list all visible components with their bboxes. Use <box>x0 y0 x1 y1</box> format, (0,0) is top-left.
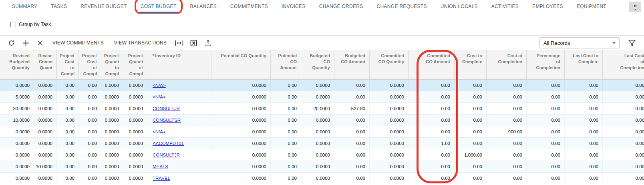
cell-revised-committed-quantity[interactable]: 0.0000 <box>34 126 57 137</box>
inventory-id-link[interactable]: <N/A> <box>153 95 166 99</box>
cell-last-cost-at-completion[interactable]: 0.00 <box>603 91 644 103</box>
group-by-task-checkbox[interactable] <box>10 22 16 27</box>
cell-revised-budgeted-quantity[interactable]: 0.0000 <box>0 126 34 137</box>
cell-project-cost-to-complete[interactable]: 0.00 <box>57 149 79 161</box>
cell-cost-to-complete[interactable]: 0.00 <box>455 138 487 149</box>
cell-committed-co-amount[interactable]: 0.00 <box>409 91 455 103</box>
cell-committed-co-quantity[interactable]: 0.0000 <box>370 138 409 149</box>
column-header-last-cost-at-completion[interactable]: Last CostatCompletion <box>603 50 644 79</box>
tab-union-locals[interactable]: UNION LOCALS <box>441 0 478 13</box>
cell-budgeted-co-quantity[interactable]: 0.0000 <box>301 173 334 184</box>
tab-balances[interactable]: BALANCES <box>190 0 217 13</box>
cell-project-quantity-at-completion[interactable]: 0.0000 <box>123 173 147 184</box>
inventory-id-link[interactable]: CONSULTSR <box>153 118 181 123</box>
cell-potential-co-amount[interactable]: 0.00 <box>271 115 301 126</box>
cell-last-cost-to-complete[interactable]: 0.00 <box>565 173 603 184</box>
grid-row-6[interactable]: 0.00000.00000.000.000.00000.0000AACOMPUT… <box>0 138 644 149</box>
cell-percentage-of-completion[interactable]: 0.00 <box>527 149 565 161</box>
inventory-id-link[interactable]: <N/A> <box>153 129 166 134</box>
cell-percentage-of-completion[interactable]: 0.00 <box>527 80 565 91</box>
cell-project-cost-to-complete[interactable]: 0.00 <box>57 126 79 137</box>
cell-project-cost-at-completion[interactable]: 0.00 <box>79 161 101 172</box>
cell-budgeted-co-amount[interactable]: 0.00 <box>334 138 370 149</box>
fit-to-screen-button[interactable] <box>172 37 186 49</box>
column-header-potential-co-amount[interactable]: PotentialCOAmount <box>271 50 301 79</box>
column-header-potential-co-quantity[interactable]: Potential CO Quantity <box>211 50 271 79</box>
cell-budgeted-co-amount[interactable]: 0.00 <box>334 91 370 103</box>
records-filter-select[interactable]: All Records <box>539 37 620 48</box>
cell-revised-budgeted-quantity[interactable]: 30.0000 <box>0 103 34 114</box>
tab-summary[interactable]: SUMMARY <box>12 0 37 13</box>
inventory-id-link[interactable]: MEALS <box>153 164 168 169</box>
tab-invoices[interactable]: INVOICES <box>282 0 306 13</box>
cell-last-cost-to-complete[interactable]: 0.00 <box>565 115 603 126</box>
cell-percentage-of-completion[interactable]: 0.00 <box>527 161 565 172</box>
cell-committed-co-amount[interactable]: 0.00 <box>409 149 455 161</box>
cell-project-quantity-to-complete[interactable]: 0.0000 <box>101 91 123 103</box>
cell-project-quantity-at-completion[interactable]: 0.0000 <box>123 149 147 161</box>
cell-project-quantity-to-complete[interactable]: 0.0000 <box>101 126 123 137</box>
cell-project-quantity-at-completion[interactable]: 0.0000 <box>123 103 147 114</box>
column-header-inventory-id[interactable]: *Inventory ID <box>147 50 211 79</box>
cell-budgeted-co-amount[interactable]: 527.80 <box>334 103 370 114</box>
cell-budgeted-co-amount[interactable]: 0.00 <box>334 161 370 172</box>
tab-overflow-button[interactable]: » ▼ <box>629 2 641 12</box>
cell-potential-co-amount[interactable]: 0.00 <box>271 149 301 161</box>
cell-project-cost-at-completion[interactable]: 0.00 <box>79 91 101 103</box>
column-header-cost-to-complete[interactable]: Cost toComplete <box>455 50 487 79</box>
grid-row-2[interactable]: 5.00000.00000.000.000.00000.0000<N/A>0.0… <box>0 91 644 103</box>
column-header-revised-committed-quantity[interactable]: ReviseCommQuant <box>34 50 57 79</box>
cell-last-cost-to-complete[interactable]: 0.00 <box>565 91 603 103</box>
cell-cost-to-complete[interactable]: 1,000.00 <box>455 149 487 161</box>
tab-commitments[interactable]: COMMITMENTS <box>230 0 268 13</box>
cell-revised-budgeted-quantity[interactable]: 0.0000 <box>0 161 34 172</box>
cell-committed-co-quantity[interactable]: 0.0000 <box>370 161 409 172</box>
cell-percentage-of-completion[interactable]: 0.00 <box>527 126 565 137</box>
cell-cost-at-completion[interactable]: 0.00 <box>487 161 527 172</box>
cell-cost-to-complete[interactable]: 0.00 <box>455 91 487 103</box>
cell-committed-co-quantity[interactable]: 0.0000 <box>370 149 409 161</box>
cell-committed-co-quantity[interactable]: 0.0000 <box>370 80 409 91</box>
cell-potential-co-quantity[interactable]: 0.0000 <box>211 103 271 114</box>
cell-revised-budgeted-quantity[interactable]: 10.0000 <box>0 115 34 126</box>
cell-last-cost-to-complete[interactable]: 0.00 <box>565 161 603 172</box>
cell-potential-co-amount[interactable]: 0.00 <box>271 103 301 114</box>
column-header-project-cost-to-complete[interactable]: ProjectCosttoCompl <box>57 50 79 79</box>
cell-last-cost-at-completion[interactable]: 0.00 <box>603 80 644 91</box>
cell-cost-to-complete[interactable]: 0.00 <box>455 80 487 91</box>
cell-budgeted-co-quantity[interactable]: 0.0000 <box>301 80 334 91</box>
grid-row-4[interactable]: 10.00000.00000.000.000.00000.0000CONSULT… <box>0 115 644 126</box>
cell-last-cost-to-complete[interactable]: 0.00 <box>565 138 603 149</box>
export-to-excel-button[interactable] <box>186 37 201 49</box>
column-header-project-quantity-at-completion[interactable]: ProjectQuantiatCompl <box>123 50 147 79</box>
cell-committed-co-quantity[interactable]: 0.0000 <box>370 103 409 114</box>
cell-revised-committed-quantity[interactable]: 0.0000 <box>34 173 57 184</box>
cell-revised-budgeted-quantity[interactable]: 0.0000 <box>0 80 34 91</box>
cell-last-cost-at-completion[interactable]: 0.00 <box>603 138 644 149</box>
cell-potential-co-quantity[interactable]: 0.0000 <box>211 115 271 126</box>
cell-percentage-of-completion[interactable]: 0.00 <box>527 91 565 103</box>
cell-revised-budgeted-quantity[interactable]: 0.0000 <box>0 173 34 184</box>
view-transactions-button[interactable]: VIEW TRANSACTIONS <box>114 40 167 46</box>
cell-project-quantity-to-complete[interactable]: 0.0000 <box>101 161 123 172</box>
cell-potential-co-amount[interactable]: 0.00 <box>271 80 301 91</box>
cell-project-cost-at-completion[interactable]: 0.00 <box>79 149 101 161</box>
inventory-id-link[interactable]: CONSULTJR <box>153 153 180 157</box>
cell-project-cost-to-complete[interactable]: 0.00 <box>57 115 79 126</box>
cell-project-quantity-at-completion[interactable]: 0.0000 <box>123 91 147 103</box>
cell-revised-committed-quantity[interactable]: 0.0000 <box>34 115 57 126</box>
column-header-budgeted-co-quantity[interactable]: BudgetedCOQuantity <box>301 50 334 79</box>
grid-row-8[interactable]: 0.000010.00000.000.000.00000.0000MEALS0.… <box>0 161 644 173</box>
cell-budgeted-co-amount[interactable]: 0.00 <box>334 115 370 126</box>
cell-project-quantity-to-complete[interactable]: 0.0000 <box>101 138 123 149</box>
cell-last-cost-at-completion[interactable]: 0.00 <box>603 149 644 161</box>
cell-committed-co-amount[interactable]: 1.00 <box>409 138 455 149</box>
cell-percentage-of-completion[interactable]: 0.00 <box>527 138 565 149</box>
tab-equipment[interactable]: EQUIPMENT <box>577 0 606 13</box>
column-header-project-quantity-to-complete[interactable]: ProjectQuantitoCompl <box>101 50 123 79</box>
cell-committed-co-amount[interactable]: 0.00 <box>409 80 455 91</box>
tab-employees[interactable]: EMPLOYEES <box>532 0 563 13</box>
cell-last-cost-to-complete[interactable]: 0.00 <box>565 80 603 91</box>
cell-project-quantity-to-complete[interactable]: 0.0000 <box>101 80 123 91</box>
tab-change-orders[interactable]: CHANGE ORDERS <box>319 0 363 13</box>
